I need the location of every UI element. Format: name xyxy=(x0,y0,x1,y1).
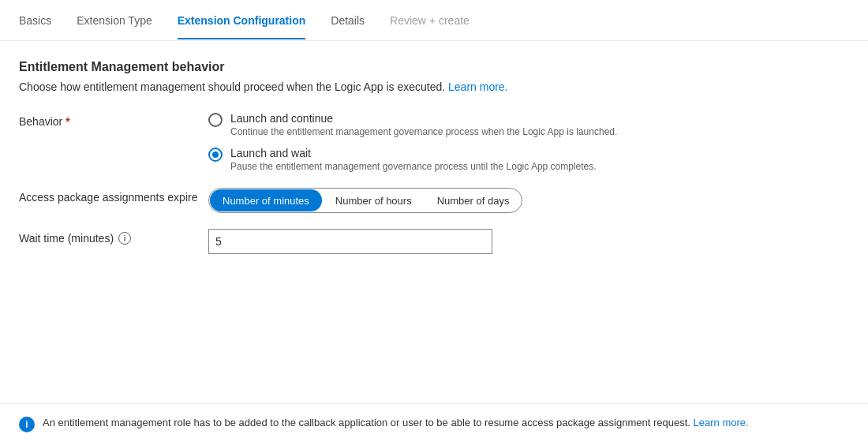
tab-extension-configuration[interactable]: Extension Configuration xyxy=(178,3,306,39)
section-title: Entitlement Management behavior xyxy=(19,60,770,74)
wait-time-row: Wait time (minutes) i xyxy=(19,229,770,254)
behavior-label: Behavior * xyxy=(19,112,208,128)
navigation-tabs: Basics Extension Type Extension Configur… xyxy=(0,0,868,41)
tab-basics[interactable]: Basics xyxy=(19,3,51,39)
radio-launch-continue[interactable]: Launch and continue Continue the entitle… xyxy=(208,112,617,137)
radio-desc-launch-wait: Pause the entitlement management governa… xyxy=(230,161,597,172)
expire-row: Access package assignments expire Number… xyxy=(19,188,770,213)
expire-label: Access package assignments expire xyxy=(19,188,208,204)
wait-time-label: Wait time (minutes) i xyxy=(19,229,208,245)
wait-time-input[interactable] xyxy=(208,229,492,254)
wait-time-info-icon[interactable]: i xyxy=(118,232,131,245)
radio-label-launch-continue: Launch and continue xyxy=(230,112,617,125)
main-content: Entitlement Management behavior Choose h… xyxy=(0,41,789,289)
toggle-minutes[interactable]: Number of minutes xyxy=(210,189,322,211)
expire-toggle-group: Number of minutes Number of hours Number… xyxy=(208,188,522,213)
tab-review-create: Review + create xyxy=(390,3,470,39)
tab-details[interactable]: Details xyxy=(331,3,365,39)
radio-desc-launch-continue: Continue the entitlement management gove… xyxy=(230,126,617,137)
required-indicator: * xyxy=(65,115,69,128)
radio-launch-wait[interactable]: Launch and wait Pause the entitlement ma… xyxy=(208,147,617,172)
toggle-days[interactable]: Number of days xyxy=(425,189,522,212)
toggle-hours[interactable]: Number of hours xyxy=(323,189,425,212)
radio-circle-launch-wait xyxy=(208,148,223,162)
radio-label-launch-wait: Launch and wait xyxy=(230,147,597,159)
behavior-row: Behavior * Launch and continue Continue … xyxy=(19,112,770,172)
radio-circle-launch-continue xyxy=(208,113,223,127)
section-description: Choose how entitlement management should… xyxy=(19,80,770,93)
behavior-radio-group: Launch and continue Continue the entitle… xyxy=(208,112,617,172)
tab-extension-type[interactable]: Extension Type xyxy=(77,3,152,39)
section-learn-more-link[interactable]: Learn more. xyxy=(448,80,507,93)
